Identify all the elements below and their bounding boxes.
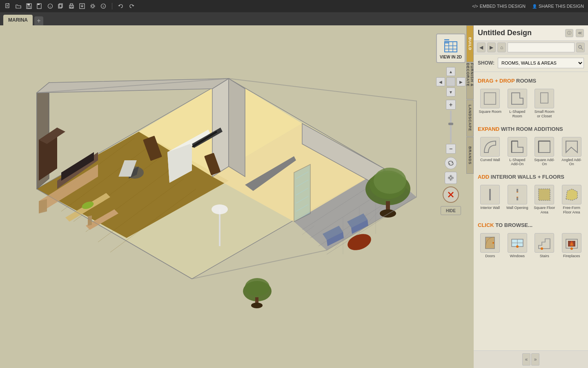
item-square-floor[interactable]: Square Floor Area xyxy=(532,183,557,216)
tab-marina[interactable]: MARINA xyxy=(3,15,33,25)
panel-title: Untitled Design xyxy=(478,29,532,37)
square-addon-icon xyxy=(535,137,554,157)
item-stairs[interactable]: Stairs xyxy=(532,231,557,260)
tab-add-button[interactable]: + xyxy=(34,16,43,25)
panel-info-icon[interactable]: ⓘ xyxy=(565,29,573,37)
item-fireplaces[interactable]: Fireplaces xyxy=(559,231,584,260)
item-angled-addon[interactable]: Angled Add-On xyxy=(559,135,584,168)
saveas-icon[interactable] xyxy=(36,2,43,10)
panel-home-button[interactable]: ⌂ xyxy=(497,43,506,52)
panel-search-input[interactable] xyxy=(508,43,575,52)
zoom-in-button[interactable]: + xyxy=(446,100,456,110)
angled-addon-icon xyxy=(562,137,581,157)
new-icon[interactable] xyxy=(4,2,11,10)
item-l-shaped-room[interactable]: L-Shaped Room xyxy=(505,87,530,120)
side-tab-furnish[interactable]: FURNISH & DECORATE xyxy=(466,63,474,99)
nav-up-button[interactable]: ▲ xyxy=(446,67,455,76)
svg-marker-122 xyxy=(566,141,577,153)
nav-cross: ▲ ◀ ▶ ▼ xyxy=(436,67,466,96)
svg-marker-129 xyxy=(566,189,577,200)
item-small-room[interactable]: Small Room or Closet xyxy=(532,87,557,120)
square-floor-icon xyxy=(535,185,554,204)
topbar: i ? </> EMBED THIS DESIGN 👤 xyxy=(0,0,588,12)
panel-search-button[interactable] xyxy=(576,43,585,52)
item-square-room[interactable]: Square Room xyxy=(478,87,503,120)
open-icon[interactable] xyxy=(15,2,22,10)
svg-line-110 xyxy=(581,48,583,50)
zoom-bar: + − xyxy=(446,100,456,154)
item-l-shaped-addon[interactable]: L-Shaped Add-On xyxy=(505,135,530,168)
settings-icon[interactable] xyxy=(89,2,96,10)
nav-left-button[interactable]: ◀ xyxy=(436,77,445,86)
item-interior-wall[interactable]: Interior Wall xyxy=(478,183,503,216)
zoom-out-button[interactable]: − xyxy=(446,144,456,154)
print-icon[interactable] xyxy=(68,2,75,10)
svg-rect-115 xyxy=(541,93,548,103)
item-curved-wall[interactable]: Curved Wall xyxy=(478,135,503,168)
section-normal-3: INTERIOR WALLS + FLOORS xyxy=(491,174,564,180)
export-icon[interactable] xyxy=(78,2,86,10)
canvas-area[interactable]: VIEW IN 2D ▲ ◀ ▶ ▼ + − xyxy=(0,25,474,368)
nav-center-button[interactable] xyxy=(446,77,455,86)
drag-drop-grid: Square Room L-Shaped Room xyxy=(478,87,584,120)
stairs-icon xyxy=(535,233,554,253)
section-interior-title: ADD INTERIOR WALLS + FLOORS xyxy=(478,174,584,180)
side-tab-landscape[interactable]: LANDSCAPE xyxy=(466,100,474,137)
browse-grid: Doors Windows xyxy=(478,231,584,260)
side-tabs: BUILD FURNISH & DECORATE LANDSCAPE BRAND… xyxy=(466,25,474,174)
share-link[interactable]: 👤 SHARE THIS DESIGN xyxy=(532,4,584,9)
panel-forward-button[interactable]: ▶ xyxy=(487,43,496,52)
svg-point-109 xyxy=(579,45,581,48)
l-shaped-addon-icon xyxy=(508,137,527,157)
scene-settings-button[interactable] xyxy=(445,172,457,184)
zoom-handle[interactable] xyxy=(448,123,453,125)
panel-settings-icon[interactable]: ≪ xyxy=(576,29,584,37)
help-icon[interactable]: ? xyxy=(100,2,107,10)
side-tab-brands[interactable]: BRANDS xyxy=(466,137,474,174)
svg-rect-125 xyxy=(517,197,518,200)
collapse-left-button[interactable]: « xyxy=(522,353,530,366)
zoom-slider[interactable] xyxy=(450,110,452,143)
undo-icon[interactable] xyxy=(117,2,125,10)
wall-opening-icon xyxy=(508,185,527,204)
embed-link[interactable]: </> EMBED THIS DESIGN xyxy=(472,4,526,9)
redo-icon[interactable] xyxy=(128,2,135,10)
section-browse-title: CLICK TO BROWSE... xyxy=(478,222,584,228)
save-icon[interactable] xyxy=(25,2,33,10)
freeform-floor-icon xyxy=(562,185,581,204)
floor-plan-svg xyxy=(0,25,474,368)
svg-point-144 xyxy=(570,247,573,250)
rotate-button[interactable] xyxy=(445,157,457,169)
tabbar: MARINA + xyxy=(0,12,588,25)
nav-down-button[interactable]: ▼ xyxy=(446,88,455,96)
right-panel: Untitled Design ⓘ ≪ ◀ ▶ ⌂ SHOW: ROOMS, xyxy=(474,25,588,368)
svg-marker-116 xyxy=(512,141,523,153)
section-normal-2: WITH ROOM ADDITIONS xyxy=(501,126,563,132)
side-tab-build[interactable]: BUILD xyxy=(466,25,474,62)
collapse-right-button[interactable]: » xyxy=(531,353,539,366)
info-icon[interactable]: i xyxy=(47,2,54,10)
item-wall-opening[interactable]: Wall Opening xyxy=(505,183,530,216)
svg-rect-13 xyxy=(70,4,73,5)
pages-icon[interactable] xyxy=(57,2,65,10)
item-square-addon[interactable]: Square Add-On xyxy=(532,135,557,168)
item-label-wall-opening: Wall Opening xyxy=(506,206,528,210)
item-label-curved-wall: Curved Wall xyxy=(480,158,500,162)
svg-point-85 xyxy=(374,168,406,194)
toggle-button[interactable] xyxy=(443,186,459,203)
nav-right-button[interactable]: ▶ xyxy=(457,77,466,86)
svg-rect-0 xyxy=(6,4,9,8)
show-select[interactable]: ROOMS, WALLS & AREAS FURNITURE ALL xyxy=(498,58,584,68)
item-windows[interactable]: Windows xyxy=(505,231,530,260)
view2d-button[interactable]: VIEW IN 2D xyxy=(436,34,466,63)
svg-marker-44 xyxy=(229,79,245,177)
svg-point-17 xyxy=(91,5,94,7)
item-freeform-floor[interactable]: Free-Form Floor Area xyxy=(559,183,584,216)
svg-rect-5 xyxy=(28,6,30,8)
svg-rect-14 xyxy=(70,7,73,8)
item-doors[interactable]: Doors xyxy=(478,231,503,260)
svg-rect-128 xyxy=(539,189,550,200)
panel-back-button[interactable]: ◀ xyxy=(477,43,486,52)
small-room-icon xyxy=(535,89,554,108)
hide-button[interactable]: HIDE xyxy=(441,206,461,215)
